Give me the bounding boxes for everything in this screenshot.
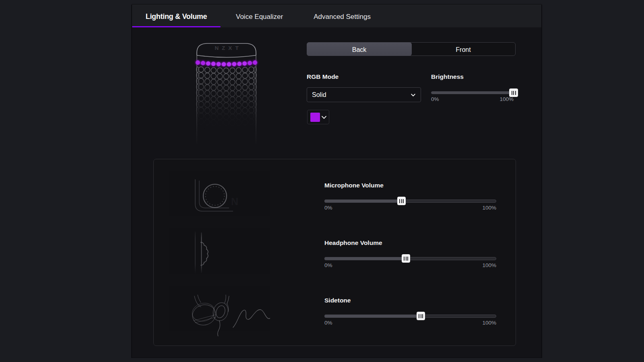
svg-text:NZXT: NZXT — [215, 45, 242, 51]
svg-text:N: N — [231, 196, 238, 207]
